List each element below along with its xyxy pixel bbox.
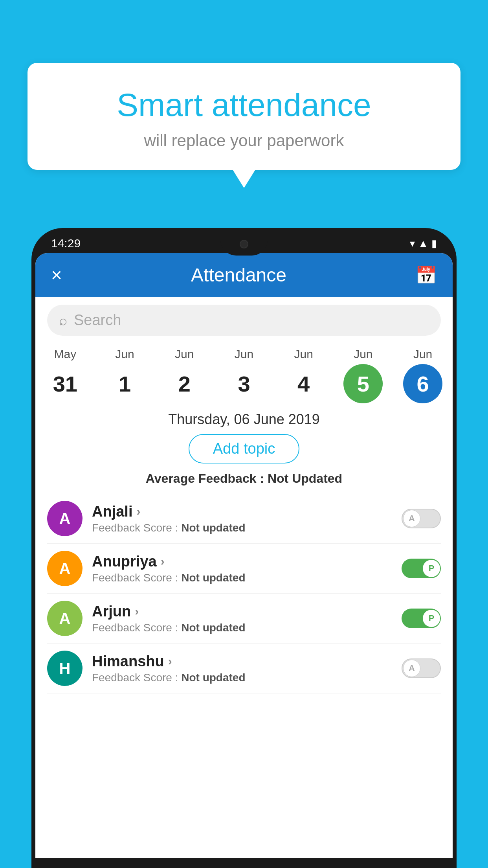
search-icon: ⌕ <box>59 312 68 329</box>
cal-day: 4 <box>284 364 323 403</box>
calendar-day-1[interactable]: Jun1 <box>97 348 152 403</box>
cal-month: Jun <box>115 348 134 361</box>
status-time: 14:29 <box>51 237 81 250</box>
avg-feedback: Average Feedback : Not Updated <box>35 471 453 494</box>
cal-day: 6 <box>403 364 442 403</box>
chevron-icon: › <box>135 605 139 618</box>
student-info: Anupriya ›Feedback Score : Not updated <box>92 553 392 584</box>
student-name: Arjun › <box>92 603 392 620</box>
notch <box>220 232 268 256</box>
signal-icon: ▲ <box>418 237 428 250</box>
feedback-value: Not updated <box>181 622 245 634</box>
attendance-toggle[interactable]: A <box>402 509 441 528</box>
cal-day: 1 <box>105 364 145 403</box>
cal-day: 2 <box>165 364 204 403</box>
toggle-container[interactable]: A <box>402 509 441 528</box>
cal-month: Jun <box>294 348 313 361</box>
calendar-row: May31Jun1Jun2Jun3Jun4Jun5Jun6 <box>35 344 453 403</box>
toggle-knob: P <box>423 610 440 627</box>
student-item[interactable]: AArjun ›Feedback Score : Not updatedP <box>47 594 441 644</box>
cal-day: 3 <box>224 364 264 403</box>
calendar-day-3[interactable]: Jun3 <box>216 348 272 403</box>
chevron-icon: › <box>136 505 140 518</box>
cal-month: May <box>54 348 77 361</box>
cal-month: Jun <box>235 348 253 361</box>
toggle-container[interactable]: P <box>402 559 441 578</box>
toggle-knob: A <box>403 510 420 527</box>
chevron-icon: › <box>161 555 165 568</box>
student-avatar: A <box>47 601 83 636</box>
toggle-knob: A <box>403 660 420 677</box>
calendar-day-2[interactable]: Jun2 <box>157 348 212 403</box>
notch-camera <box>240 240 248 248</box>
student-feedback: Feedback Score : Not updated <box>92 522 392 534</box>
cal-month: Jun <box>354 348 372 361</box>
student-info: Arjun ›Feedback Score : Not updated <box>92 603 392 634</box>
student-list: AAnjali ›Feedback Score : Not updatedAAA… <box>35 494 453 693</box>
attendance-toggle[interactable]: A <box>402 658 441 678</box>
search-bar[interactable]: ⌕ Search <box>47 305 441 336</box>
speech-bubble-container: Smart attendance will replace your paper… <box>28 63 460 170</box>
header-title: Attendance <box>191 264 286 286</box>
calendar-day-4[interactable]: Jun4 <box>276 348 331 403</box>
selected-date: Thursday, 06 June 2019 <box>35 403 453 434</box>
student-name: Himanshu › <box>92 653 392 670</box>
calendar-day-31[interactable]: May31 <box>38 348 93 403</box>
status-bar: 14:29 ▾ ▲ ▮ <box>35 232 453 250</box>
attendance-toggle[interactable]: P <box>402 559 441 578</box>
cal-month: Jun <box>413 348 432 361</box>
add-topic-button[interactable]: Add topic <box>189 434 299 463</box>
phone-frame: 14:29 ▾ ▲ ▮ × Attendance 📅 ⌕ Sear <box>31 228 457 868</box>
student-avatar: A <box>47 551 83 586</box>
chevron-icon: › <box>168 655 172 668</box>
search-bar-container: ⌕ Search <box>35 297 453 344</box>
app-screen: × Attendance 📅 ⌕ Search May31Jun1Jun2Jun… <box>35 253 453 858</box>
feedback-value: Not updated <box>181 671 245 684</box>
attendance-toggle[interactable]: P <box>402 609 441 628</box>
student-name: Anupriya › <box>92 553 392 570</box>
student-info: Himanshu ›Feedback Score : Not updated <box>92 653 392 684</box>
cal-month: Jun <box>175 348 194 361</box>
close-button[interactable]: × <box>51 264 62 286</box>
bubble-subtitle: will replace your paperwork <box>43 131 445 150</box>
feedback-value: Not updated <box>181 522 245 534</box>
toggle-container[interactable]: A <box>402 658 441 678</box>
toggle-container[interactable]: P <box>402 609 441 628</box>
student-feedback: Feedback Score : Not updated <box>92 622 392 634</box>
student-item[interactable]: HHimanshu ›Feedback Score : Not updatedA <box>47 644 441 693</box>
cal-day: 5 <box>343 364 383 403</box>
calendar-day-6[interactable]: Jun6 <box>395 348 450 403</box>
speech-bubble: Smart attendance will replace your paper… <box>28 63 460 170</box>
student-feedback: Feedback Score : Not updated <box>92 572 392 584</box>
student-avatar: A <box>47 501 83 536</box>
bubble-title: Smart attendance <box>43 86 445 123</box>
student-info: Anjali ›Feedback Score : Not updated <box>92 503 392 534</box>
student-avatar: H <box>47 651 83 686</box>
feedback-value: Not updated <box>181 572 245 584</box>
avg-feedback-value: Not Updated <box>268 471 342 485</box>
battery-icon: ▮ <box>431 237 437 250</box>
student-name: Anjali › <box>92 503 392 520</box>
calendar-icon[interactable]: 📅 <box>415 265 437 285</box>
student-item[interactable]: AAnupriya ›Feedback Score : Not updatedP <box>47 544 441 594</box>
app-header: × Attendance 📅 <box>35 253 453 297</box>
toggle-knob: P <box>423 560 440 577</box>
student-item[interactable]: AAnjali ›Feedback Score : Not updatedA <box>47 494 441 544</box>
search-placeholder: Search <box>74 312 121 329</box>
wifi-icon: ▾ <box>410 237 415 250</box>
student-feedback: Feedback Score : Not updated <box>92 671 392 684</box>
avg-feedback-label: Average Feedback : <box>146 471 264 485</box>
cal-day: 31 <box>46 364 85 403</box>
phone-wrapper: 14:29 ▾ ▲ ▮ × Attendance 📅 ⌕ Sear <box>31 228 457 868</box>
status-icons: ▾ ▲ ▮ <box>410 237 437 250</box>
calendar-day-5[interactable]: Jun5 <box>336 348 391 403</box>
